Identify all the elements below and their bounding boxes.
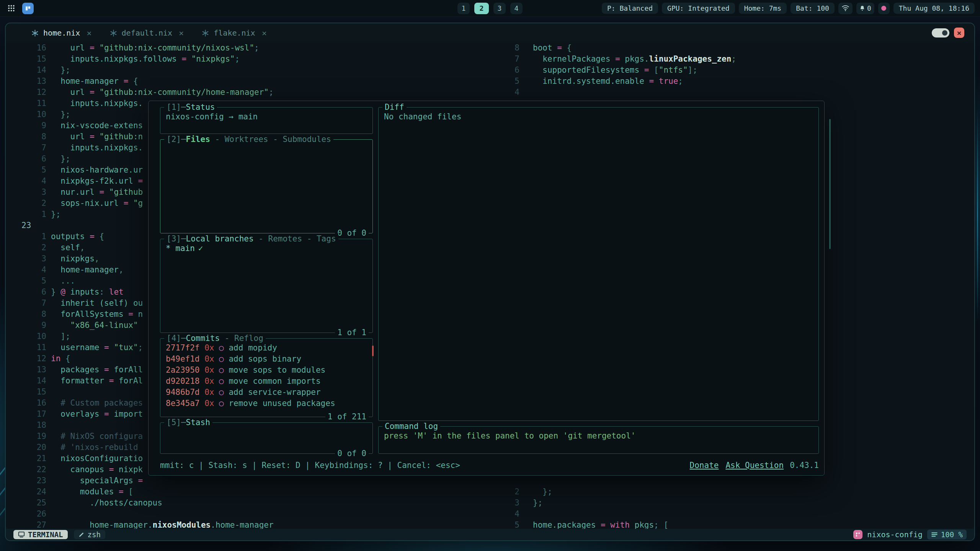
code-line: 6 supportedFilesystems = ["ntfs"]; bbox=[503, 65, 972, 76]
panel-title: [1]─Status bbox=[164, 102, 217, 113]
commit-row[interactable]: 2a23950 0x ○ move sops to modules bbox=[166, 365, 367, 376]
workspace-1[interactable]: 1 bbox=[457, 3, 470, 14]
panel-subtitle: - Remotes - Tags bbox=[254, 234, 336, 243]
branch-row[interactable]: * main✓ bbox=[166, 243, 367, 254]
notifications-icon[interactable]: 0 bbox=[856, 3, 874, 14]
module-battery[interactable]: Bat: 100 bbox=[791, 3, 835, 14]
code-text: nur.url = "github bbox=[46, 187, 143, 198]
code-token: # Custom packages bbox=[51, 398, 143, 408]
commits-scrollbar[interactable] bbox=[372, 346, 374, 356]
panel-name: Local branches bbox=[186, 234, 254, 243]
code-token: = bbox=[90, 132, 99, 141]
code-token: specialArgs bbox=[51, 476, 138, 485]
line-number: 11 bbox=[16, 342, 46, 353]
code-token: inputs.nixpkgs. bbox=[51, 99, 143, 108]
panel-name: Commits bbox=[186, 334, 220, 343]
code-token: = bbox=[109, 465, 119, 474]
session-icon[interactable] bbox=[853, 530, 862, 539]
branch-status-icon: ✓ bbox=[198, 244, 203, 253]
module-network-latency[interactable]: Home: 7ms bbox=[739, 3, 787, 14]
workspace-4[interactable]: 4 bbox=[510, 3, 523, 14]
editor-scrollbar[interactable] bbox=[829, 119, 831, 249]
code-token: outputs bbox=[51, 232, 90, 241]
commit-graph-icon: ○ bbox=[214, 354, 224, 364]
terminal-window: home.nix×default.nix×flake.nix× × 16 url… bbox=[5, 23, 975, 541]
line-number: 19 bbox=[16, 431, 46, 442]
code-token: overlays bbox=[51, 409, 104, 419]
commits-panel[interactable]: [4]─Commits - Reflog 2717f2f 0x ○ add mo… bbox=[160, 338, 373, 417]
window-toggle-button[interactable] bbox=[932, 28, 949, 37]
commit-row[interactable]: d920218 0x ○ move common imports bbox=[166, 376, 367, 387]
window-close-button[interactable]: × bbox=[954, 28, 964, 38]
code-token: true bbox=[659, 77, 678, 86]
status-bar-right: nixos-config 100 % bbox=[853, 530, 967, 540]
network-icon[interactable] bbox=[838, 3, 853, 14]
app-launcher-icon[interactable] bbox=[5, 3, 17, 14]
keybar-right: DonateAsk Question0.43.1 bbox=[644, 449, 819, 482]
command-log-content: press 'M' in the files panel to open 'gi… bbox=[384, 430, 813, 442]
line-number: 5 bbox=[16, 276, 46, 287]
commit-row[interactable]: 2717f2f 0x ○ add mopidy bbox=[166, 342, 367, 354]
line-number: 16 bbox=[16, 42, 46, 54]
clock[interactable]: Thu Aug 08, 18:16 bbox=[893, 3, 975, 14]
code-token: linuxPackages_zen bbox=[649, 54, 731, 64]
donate-link[interactable]: Donate bbox=[690, 461, 719, 470]
tab-flake.nix[interactable]: flake.nix× bbox=[201, 28, 267, 38]
workspace-3[interactable]: 3 bbox=[493, 3, 506, 14]
line-number: 6 bbox=[16, 287, 46, 298]
line-number: 23 bbox=[16, 220, 46, 231]
zellij-mode-indicator[interactable]: TERMINAL bbox=[13, 530, 68, 539]
code-token: "github bbox=[109, 187, 143, 197]
shell-tab[interactable]: zsh bbox=[74, 530, 105, 539]
commit-row[interactable]: 8e345a7 0x ○ remove unused packages bbox=[166, 398, 367, 409]
status-panel[interactable]: [1]─Status nixos-config → main bbox=[160, 107, 373, 134]
panel-title: [5]─Stash bbox=[164, 417, 212, 428]
module-power-profile[interactable]: P: Balanced bbox=[602, 3, 658, 14]
percent-label: 100 % bbox=[941, 530, 963, 539]
screen-record-icon[interactable] bbox=[878, 3, 890, 14]
stash-panel[interactable]: [5]─Stash 0 of 0 bbox=[160, 422, 373, 454]
code-token: inputs.nixpkgs. bbox=[51, 143, 143, 152]
commit-push-status: 0x bbox=[200, 377, 214, 386]
workspace-2[interactable]: 2 bbox=[474, 3, 489, 14]
percent-indicator[interactable]: 100 % bbox=[927, 530, 967, 540]
commit-hash: 9486b7d bbox=[166, 388, 200, 397]
shell-tab-label: zsh bbox=[88, 530, 101, 539]
code-line: 8boot = { bbox=[503, 42, 972, 54]
line-number: 2 bbox=[503, 486, 519, 497]
code-text: # Custom packages bbox=[46, 398, 143, 409]
top-bar-left bbox=[0, 3, 34, 14]
line-number: 21 bbox=[16, 453, 46, 464]
line-number: 4 bbox=[503, 509, 519, 520]
line-number: 7 bbox=[16, 142, 46, 153]
commit-push-status: 0x bbox=[200, 343, 214, 352]
commit-row[interactable]: 9486b7d 0x ○ add service-wrapper bbox=[166, 387, 367, 398]
tab-close-icon[interactable]: × bbox=[87, 28, 91, 38]
line-number: 3 bbox=[503, 497, 519, 509]
code-token: home-manager bbox=[51, 77, 124, 86]
files-panel[interactable]: [2]─Files - Worktrees - Submodules 0 of … bbox=[160, 139, 373, 233]
diff-panel[interactable]: Diff No changed files bbox=[378, 107, 819, 421]
tab-home.nix[interactable]: home.nix× bbox=[31, 28, 92, 38]
bell-icon bbox=[859, 5, 865, 11]
tab-default.nix[interactable]: default.nix× bbox=[109, 28, 184, 38]
tab-close-icon[interactable]: × bbox=[179, 28, 184, 38]
code-token: = bbox=[181, 54, 191, 64]
app-badge-icon[interactable] bbox=[22, 3, 34, 14]
top-bar-right: P: BalancedGPU: IntegratedHome: 7msBat: … bbox=[602, 3, 980, 14]
line-number: 12 bbox=[16, 353, 46, 364]
code-token: , bbox=[80, 243, 85, 252]
panel-subtitle: - Reflog bbox=[220, 334, 263, 343]
module-gpu[interactable]: GPU: Integrated bbox=[662, 3, 735, 14]
notification-count: 0 bbox=[867, 4, 871, 12]
branches-panel[interactable]: [3]─Local branches - Remotes - Tags * ma… bbox=[160, 239, 373, 333]
commit-row[interactable]: b49ef1d 0x ○ add sops binary bbox=[166, 354, 367, 365]
lazygit-popup: [1]─Status nixos-config → main [2]─Files… bbox=[148, 101, 825, 476]
ask-question-link[interactable]: Ask Question bbox=[725, 461, 784, 470]
code-token: pkgs. bbox=[625, 54, 649, 64]
panel-title: Diff bbox=[382, 102, 407, 113]
panel-index: [4]─ bbox=[167, 334, 186, 343]
tab-close-icon[interactable]: × bbox=[262, 28, 267, 38]
commit-push-status: 0x bbox=[200, 365, 214, 375]
line-number: 26 bbox=[16, 509, 46, 520]
